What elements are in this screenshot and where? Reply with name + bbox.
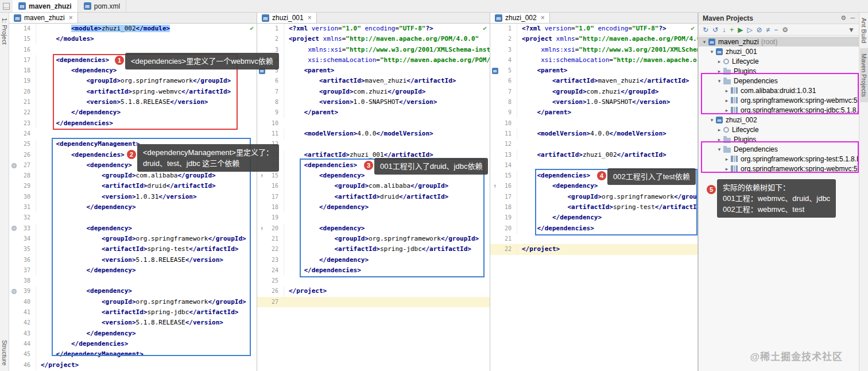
- chevron-right-icon[interactable]: ▸: [723, 88, 730, 94]
- tool-tab-ant-build[interactable]: Ant Build: [860, 13, 868, 48]
- dependency-gutter-icon[interactable]: [11, 163, 17, 168]
- tree-node-dependencies[interactable]: ▾Dependencies: [699, 76, 859, 86]
- code-line[interactable]: 6 <artifactId>maven_zhuzi</artifactId>: [257, 76, 490, 86]
- offline-mode-icon[interactable]: ⊘: [757, 26, 762, 33]
- code-line[interactable]: 14 <module>zhuzi_002</module>: [9, 24, 257, 34]
- execute-goal-icon[interactable]: ▷: [747, 26, 752, 33]
- tree-node-plugins[interactable]: ▸Plugins: [699, 66, 859, 76]
- tree-node-org-springframework-spring-webmvc-5-1-8-release[interactable]: ▸org.springframework:spring-webmvc:5.1.8…: [699, 95, 859, 105]
- code-line[interactable]: 22 </dependency>: [9, 107, 257, 118]
- tree-node-maven-zhuzi[interactable]: ▾mmaven_zhuzi (root): [699, 37, 859, 47]
- chevron-right-icon[interactable]: ▸: [716, 137, 723, 142]
- editor-tab-maven-zhuzi[interactable]: m maven_zhuzi ×: [9, 13, 78, 23]
- chevron-right-icon[interactable]: ▸: [716, 127, 723, 133]
- tree-node-lifecycle[interactable]: ▸Lifecycle: [699, 125, 859, 134]
- run-maven-build-icon[interactable]: ▶: [738, 26, 743, 33]
- code-line[interactable]: 1<?xml version="1.0" encoding="UTF-8"?>: [490, 24, 698, 34]
- navigate-up-gutter-icon[interactable]: ↑: [260, 171, 264, 181]
- chevron-down-icon[interactable]: ▾: [716, 78, 723, 84]
- code-line[interactable]: 34 <groupId>org.springframework</groupId…: [9, 234, 257, 244]
- code-line[interactable]: 41 <artifactId>spring-jdbc</artifactId>: [9, 307, 257, 318]
- code-line[interactable]: 35 <artifactId>spring-test</artifactId>: [9, 244, 257, 254]
- chevron-right-icon[interactable]: ▸: [723, 156, 730, 162]
- chevron-down-icon[interactable]: ▾: [701, 39, 708, 45]
- code-line[interactable]: 20 <artifactId>spring-webmvc</artifactId…: [9, 87, 257, 97]
- dependency-gutter-icon[interactable]: [11, 226, 17, 231]
- code-line[interactable]: 40 <groupId>org.springframework</groupId…: [9, 297, 257, 307]
- code-line[interactable]: m5 <parent>: [490, 65, 698, 76]
- code-editor[interactable]: 1<?xml version="1.0" encoding="UTF-8"?>2…: [257, 24, 490, 371]
- code-line[interactable]: 21 <version>5.1.8.RELEASE</version>: [9, 97, 257, 107]
- code-line[interactable]: 43 </dependency>: [9, 329, 257, 339]
- navigate-up-gutter-icon[interactable]: ↑: [260, 223, 264, 234]
- code-line[interactable]: 39 <dependency>: [9, 286, 257, 296]
- code-editor[interactable]: 1<?xml version="1.0" encoding="UTF-8"?>2…: [490, 24, 698, 371]
- code-line[interactable]: 11 <modelVersion>4.0.0</modelVersion>: [490, 129, 698, 139]
- code-line[interactable]: 28 <groupId>com.alibaba</groupId>: [9, 171, 257, 181]
- chevron-right-icon[interactable]: ▸: [716, 59, 723, 64]
- window-tab-maven-zhuzi[interactable]: m maven_zhuzi: [13, 0, 78, 12]
- code-line[interactable]: 24: [9, 129, 257, 139]
- code-line[interactable]: 38: [9, 276, 257, 286]
- code-line[interactable]: 8 <version>1.0-SNAPSHOT</version>: [490, 97, 698, 107]
- reimport-all-icon[interactable]: ↻: [703, 26, 708, 33]
- code-line[interactable]: 37 </dependency>: [9, 265, 257, 276]
- window-tab-pom-xml[interactable]: m pom.xml: [78, 0, 126, 12]
- close-icon[interactable]: ×: [69, 14, 73, 22]
- code-line[interactable]: 21 <groupId>org.springframework</groupId…: [257, 234, 490, 244]
- panel-hide-icon[interactable]: ─: [850, 14, 855, 22]
- code-line[interactable]: 24 </dependencies>: [257, 265, 490, 276]
- code-line[interactable]: ↑20 <dependency>: [257, 223, 490, 234]
- code-line[interactable]: 22 <artifactId>spring-jdbc</artifactId>: [257, 244, 490, 254]
- code-line[interactable]: 27: [257, 297, 490, 307]
- close-icon[interactable]: ×: [308, 14, 312, 22]
- maven-gutter-icon[interactable]: m: [492, 68, 498, 74]
- navigate-up-gutter-icon[interactable]: ↑: [493, 181, 497, 191]
- code-line[interactable]: 4 xsi:schemaLocation="http://maven.apach…: [257, 55, 490, 65]
- code-line[interactable]: 9 </parent>: [490, 107, 698, 118]
- inspections-ok-icon[interactable]: ✔: [691, 25, 695, 32]
- skip-tests-icon[interactable]: ≠: [766, 26, 770, 33]
- code-line[interactable]: 21: [490, 234, 698, 244]
- editor-tab-zhuzi-002[interactable]: m zhuzi_002 ×: [490, 13, 550, 23]
- code-line[interactable]: 10: [490, 118, 698, 129]
- tree-node-lifecycle[interactable]: ▸Lifecycle: [699, 56, 859, 66]
- tool-tab-project[interactable]: 1: Project: [1, 13, 9, 49]
- code-line[interactable]: 18 <artifactId>spring-test</artifactId>: [490, 202, 698, 212]
- generate-sources-icon[interactable]: ↺: [712, 26, 718, 33]
- code-line[interactable]: 15 </modules>: [9, 34, 257, 44]
- code-line[interactable]: 3 xmlns:xsi="http://www.w3.org/2001/XMLS…: [257, 45, 490, 55]
- code-line[interactable]: 46</project>: [9, 360, 257, 370]
- chevron-right-icon[interactable]: ▸: [716, 68, 723, 74]
- chevron-down-icon[interactable]: ▾: [708, 117, 715, 123]
- settings-icon[interactable]: ⚙: [782, 26, 788, 33]
- tool-windows-icon[interactable]: [3, 3, 10, 10]
- code-line[interactable]: 2<project xmlns="http://maven.apache.org…: [257, 34, 490, 44]
- code-line[interactable]: 18 </dependency>: [257, 202, 490, 212]
- code-line[interactable]: m5 <parent>: [257, 65, 490, 76]
- tree-node-com-alibaba-druid-1-0-31[interactable]: ▸com.alibaba:druid:1.0.31: [699, 86, 859, 95]
- code-line[interactable]: 42 <version>5.1.8.RELEASE</version>: [9, 318, 257, 328]
- code-line[interactable]: 13 <artifactId>zhuzi_002</artifactId>: [490, 150, 698, 160]
- tool-tab-maven-projects[interactable]: Maven Projects: [860, 48, 868, 102]
- code-line[interactable]: 17 <groupId>org.springframework</groupId…: [490, 192, 698, 202]
- code-line[interactable]: 19 </dependency>: [490, 212, 698, 223]
- code-line[interactable]: 7 <groupId>com.zhuzi</groupId>: [490, 87, 698, 97]
- tree-node-dependencies[interactable]: ▾Dependencies: [699, 144, 859, 154]
- add-maven-project-icon[interactable]: +: [730, 26, 734, 33]
- code-line[interactable]: 19: [257, 212, 490, 223]
- code-line[interactable]: 4 xsi:schemaLocation="http://maven.apach…: [490, 55, 698, 65]
- code-line[interactable]: 19 <groupId>org.springframework</groupId…: [9, 76, 257, 86]
- inspections-ok-icon[interactable]: ✔: [483, 25, 487, 32]
- code-line[interactable]: 31 </dependency>: [9, 202, 257, 212]
- code-line[interactable]: 1<?xml version="1.0" encoding="UTF-8"?>: [257, 24, 490, 34]
- editor-tab-zhuzi-001[interactable]: m zhuzi_001 ×: [257, 13, 317, 23]
- code-line[interactable]: 10: [257, 118, 490, 129]
- code-line[interactable]: 11 <modelVersion>4.0.0</modelVersion>: [257, 129, 490, 139]
- code-line[interactable]: 8 <version>1.0-SNAPSHOT</version>: [257, 97, 490, 107]
- chevron-right-icon[interactable]: ▸: [723, 166, 730, 172]
- chevron-down-icon[interactable]: ▾: [708, 49, 715, 55]
- code-line[interactable]: 33 <dependency>: [9, 223, 257, 234]
- code-line[interactable]: 23 </dependency>: [257, 255, 490, 265]
- chevron-down-icon[interactable]: ▾: [716, 146, 723, 152]
